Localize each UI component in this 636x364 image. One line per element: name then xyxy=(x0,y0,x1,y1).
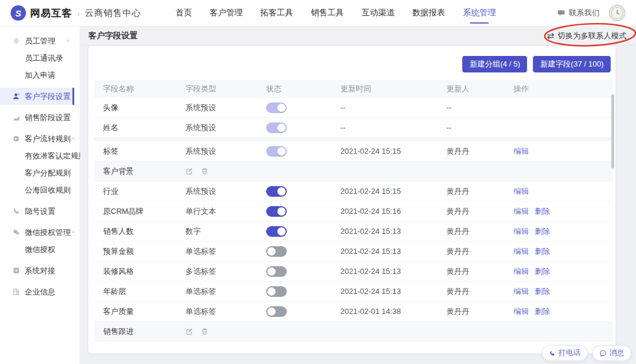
field-row: 标签系统预设2021-02-24 15:15黄丹丹编辑 xyxy=(94,141,612,161)
edit-link[interactable]: 编辑 xyxy=(514,286,529,297)
toggle-knob xyxy=(267,247,276,256)
call-button-label: 打电话 xyxy=(559,348,581,358)
nav-item-5[interactable]: 互动渠道 xyxy=(362,0,395,26)
status-toggle[interactable] xyxy=(266,286,287,297)
row-actions: 编辑删除 xyxy=(514,246,612,257)
group-row: 客户背景 xyxy=(94,161,612,181)
row-actions: 编辑删除 xyxy=(514,286,612,297)
nav-item-2[interactable]: 客户管理 xyxy=(210,0,243,26)
delete-link[interactable]: 删除 xyxy=(535,246,550,257)
updated-by: 黄丹丹 xyxy=(446,186,514,197)
chevron-up-icon xyxy=(71,136,76,141)
message-button[interactable]: 消息 xyxy=(592,345,631,361)
new-group-button[interactable]: 新建分组(4 / 5) xyxy=(462,56,527,72)
status-cell xyxy=(266,246,340,257)
sidebar-item-1[interactable]: 员工管理 xyxy=(0,32,74,49)
status-toggle[interactable] xyxy=(266,102,287,113)
status-cell xyxy=(266,123,340,133)
edit-link[interactable]: 编辑 xyxy=(514,206,529,217)
sidebar-item-3[interactable]: 加入申请 xyxy=(0,67,74,84)
delete-link[interactable]: 删除 xyxy=(535,286,550,297)
user-avatar[interactable] xyxy=(609,5,625,21)
edit-icon[interactable] xyxy=(186,167,193,175)
status-toggle[interactable] xyxy=(266,266,287,277)
status-cell xyxy=(266,186,340,197)
updated-by: 黄丹丹 xyxy=(446,206,514,217)
sidebar-item-7[interactable]: 有效潜客认定规则 xyxy=(0,147,74,164)
nav-item-7[interactable]: 系统管理 xyxy=(463,0,496,26)
updated-time: 2021-02-24 15:13 xyxy=(340,247,446,256)
status-toggle[interactable] xyxy=(266,226,287,237)
toggle-knob xyxy=(277,124,286,132)
nav-item-3[interactable]: 拓客工具 xyxy=(260,0,293,26)
field-row: 销售人数数字2021-02-24 15:13黄丹丹编辑删除 xyxy=(94,221,612,241)
sidebar-item-label: 客户流转规则 xyxy=(25,134,71,144)
contact-us-button[interactable]: 联系我们 xyxy=(557,8,599,18)
field-row: 原CRM品牌单行文本2021-02-24 15:16黄丹丹编辑删除 xyxy=(94,201,612,221)
field-row: 行业系统预设2021-02-24 15:15黄丹丹编辑 xyxy=(94,181,612,201)
new-field-button[interactable]: 新建字段(37 / 100) xyxy=(533,56,611,72)
delete-link[interactable]: 删除 xyxy=(535,306,550,317)
nav-item-4[interactable]: 销售工具 xyxy=(311,0,344,26)
field-type: 系统预设 xyxy=(186,146,266,157)
sidebar-item-10[interactable]: 隐号设置 xyxy=(0,203,74,220)
field-type: 单行文本 xyxy=(186,206,266,217)
phone-icon xyxy=(12,207,21,215)
status-toggle[interactable] xyxy=(266,123,287,133)
updated-time: 2021-02-24 15:13 xyxy=(340,267,446,276)
trash-icon[interactable] xyxy=(201,167,208,175)
field-row: 装修风格多选标签2021-02-24 15:13黄丹丹编辑删除 xyxy=(94,262,612,282)
delete-link[interactable]: 删除 xyxy=(535,266,550,277)
updated-by: 黄丹丹 xyxy=(446,286,514,297)
edit-icon[interactable] xyxy=(186,327,193,335)
sidebar-item-9[interactable]: 公海回收规则 xyxy=(0,181,74,198)
updated-by: 黄丹丹 xyxy=(446,266,514,277)
sidebar-item-5[interactable]: 销售阶段设置 xyxy=(0,109,74,126)
sidebar-item-4[interactable]: 客户字段设置 xyxy=(0,88,74,105)
edit-link[interactable]: 编辑 xyxy=(514,246,529,257)
field-name: 装修风格 xyxy=(103,266,186,277)
call-button[interactable]: 打电话 xyxy=(542,345,588,361)
edit-link[interactable]: 编辑 xyxy=(514,266,529,277)
main-content: 客户字段设置 ⇄ 切换为多联系人模式 新建分组(4 / 5) 新建字段(37 /… xyxy=(80,27,636,364)
delete-link[interactable]: 删除 xyxy=(535,206,550,217)
sidebar-item-6[interactable]: 客户流转规则 xyxy=(0,130,74,147)
edit-link[interactable]: 编辑 xyxy=(514,186,529,197)
message-button-label: 消息 xyxy=(610,348,624,358)
sidebar-item-label: 客户字段设置 xyxy=(25,91,71,102)
updated-by: 黄丹丹 xyxy=(446,306,514,317)
field-type: 单选标签 xyxy=(186,286,266,297)
product-name: 云商销售中心 xyxy=(85,8,141,19)
status-toggle[interactable] xyxy=(266,186,287,197)
edit-link[interactable]: 编辑 xyxy=(514,226,529,237)
building-icon xyxy=(12,288,21,296)
nav-item-6[interactable]: 数据报表 xyxy=(412,0,445,26)
status-toggle[interactable] xyxy=(266,306,287,317)
sidebar-item-11[interactable]: 微信授权管理 xyxy=(0,224,74,241)
brand-separator: · xyxy=(77,8,80,18)
field-name: 标签 xyxy=(103,146,186,157)
status-toggle[interactable] xyxy=(266,146,287,157)
sidebar-item-14[interactable]: 企业信息 xyxy=(0,283,74,300)
toggle-knob xyxy=(267,267,276,276)
brand-name: 网易互客 xyxy=(30,6,72,20)
sidebar-item-13[interactable]: 系统对接 xyxy=(0,262,74,279)
updated-by: 黄丹丹 xyxy=(446,226,514,237)
main-nav: 首页客户管理拓客工具销售工具互动渠道数据报表系统管理 xyxy=(175,0,496,26)
edit-link[interactable]: 编辑 xyxy=(514,306,529,317)
edit-link[interactable]: 编辑 xyxy=(514,146,529,157)
sidebar-item-8[interactable]: 客户分配规则 xyxy=(0,164,74,181)
status-toggle[interactable] xyxy=(266,246,287,257)
nav-item-1[interactable]: 首页 xyxy=(175,0,192,26)
status-cell xyxy=(266,226,340,237)
scrollbar-thumb[interactable] xyxy=(611,94,614,168)
field-type: 单选标签 xyxy=(186,246,266,257)
status-cell xyxy=(266,146,340,157)
message-icon xyxy=(599,350,607,357)
trash-icon[interactable] xyxy=(201,327,208,335)
mode-switch-button[interactable]: ⇄ 切换为多联系人模式 xyxy=(546,31,627,41)
status-toggle[interactable] xyxy=(266,206,287,217)
delete-link[interactable]: 删除 xyxy=(535,226,550,237)
sidebar-item-2[interactable]: 员工通讯录 xyxy=(0,49,74,67)
sidebar-item-12[interactable]: 微信授权 xyxy=(0,241,74,258)
